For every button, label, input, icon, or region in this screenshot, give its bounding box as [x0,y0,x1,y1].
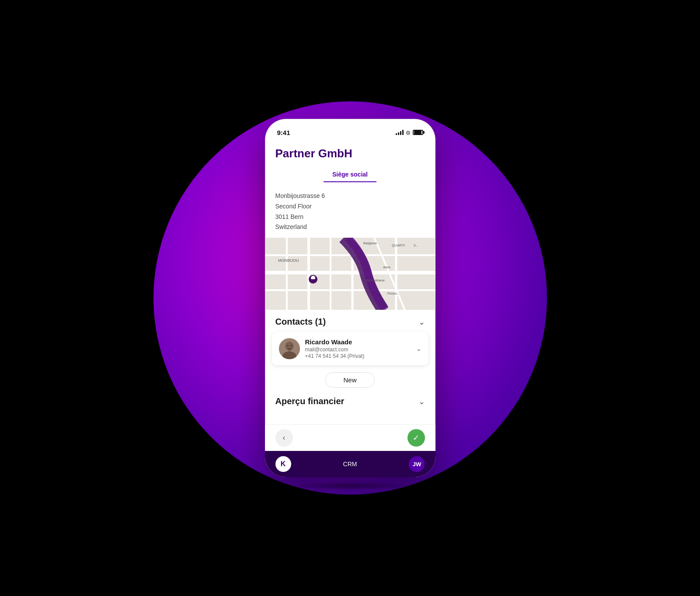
nav-logo-button[interactable]: K [275,456,291,472]
signal-icon [396,130,404,135]
bottom-action-bar: ‹ ✓ [265,424,435,451]
battery-icon [413,130,423,135]
contacts-section-header: Contacts (1) ⌄ [265,310,435,332]
status-icons: ⊜ [396,129,423,136]
svg-point-23 [290,345,292,347]
address-line-4: Switzerland [275,222,425,232]
status-time: 9:41 [277,129,290,136]
new-contact-button[interactable]: New [325,372,374,388]
contact-phone: +41 74 541 54 34 (Privat) [305,353,411,359]
phone-frame: 9:41 ⊜ Partner GmbH [265,119,435,477]
nav-label: CRM [343,461,357,468]
apercu-expand-icon[interactable]: ⌄ [418,397,425,406]
company-title: Partner GmbH [275,147,425,160]
tab-bar: Siège social [265,160,435,182]
contact-email: mail@contact.com [305,347,411,353]
phone-shadow [285,482,416,490]
apercu-title: Aperçu financier [275,396,345,406]
address-section: Monbijoustrasse 6 Second Floor 3011 Bern… [265,182,435,238]
back-icon: ‹ [283,434,285,442]
svg-text:Badgasse: Badgasse [363,242,377,245]
contact-name: Ricardo Waade [305,338,411,346]
page-content: Partner GmbH Siège social Monbijoustrass… [265,140,435,424]
nav-user-avatar[interactable]: JW [409,456,425,472]
contact-avatar [279,338,300,359]
svg-text:Aare: Aare [383,265,390,269]
check-icon: ✓ [413,433,419,443]
svg-text:Marienstrasse: Marienstrasse [366,279,385,282]
svg-text:S...: S... [414,244,418,247]
wifi-icon: ⊜ [406,129,411,136]
phone-device: 9:41 ⊜ Partner GmbH [265,119,435,477]
contact-card[interactable]: Ricardo Waade mail@contact.com +41 74 54… [272,332,428,365]
contact-expand-icon[interactable]: ⌄ [416,345,421,352]
status-bar: 9:41 ⊜ [265,119,435,140]
page-header: Partner GmbH [265,140,435,160]
contact-info: Ricardo Waade mail@contact.com +41 74 54… [305,338,411,359]
back-button[interactable]: ‹ [275,429,293,447]
svg-text:MONBIJOU: MONBIJOU [278,258,299,263]
tab-siege-social[interactable]: Siège social [324,167,376,182]
contacts-collapse-icon[interactable]: ⌄ [418,317,425,327]
svg-text:QUARTI: QUARTI [392,243,405,247]
contacts-title: Contacts (1) [275,317,326,327]
address-line-3: 3011 Bern [275,212,425,222]
map-section[interactable]: MONBIJOU Aare QUARTI Marienstrasse Flora… [265,238,435,310]
address-line-2: Second Floor [275,201,425,212]
apercu-section: Aperçu financier ⌄ [265,393,435,412]
nav-logo-letter: K [281,460,286,468]
nav-bar: K CRM JW [265,451,435,477]
address-line-1: Monbijoustrasse 6 [275,191,425,201]
new-button-wrapper: New [265,371,435,393]
confirm-button[interactable]: ✓ [407,429,425,447]
svg-point-22 [287,345,288,347]
svg-text:Florast...: Florast... [387,292,399,295]
nav-user-initials: JW [413,461,421,468]
